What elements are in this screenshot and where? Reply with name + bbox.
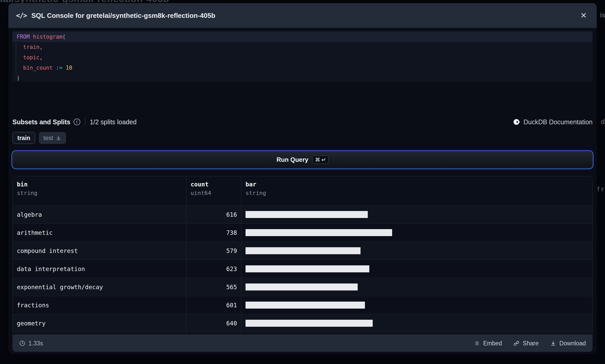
download-icon [550,340,556,346]
code-line-5: ) [12,73,593,83]
count-cell: 640 [186,314,241,332]
results-footer: 1.33s EmbedShareDownload [12,335,593,352]
column-header-bar: bar string [241,176,592,205]
action-label: Share [523,340,538,347]
modal-header: </> SQL Console for gretelai/synthetic-g… [8,3,597,28]
duckdb-doc-link[interactable]: DuckDB Documentation [513,118,593,126]
embed-button[interactable]: Embed [474,340,502,347]
duckdb-doc-label: DuckDB Documentation [523,118,593,126]
count-cell: 565 [186,278,241,296]
action-label: Embed [483,340,502,347]
divider [85,118,85,126]
table-row: compound interest579 [13,242,592,260]
screen: lai/synthetic-gsm8k-reflection-405b isdf… [0,0,605,364]
histogram-bar [246,320,373,327]
run-query-label: Run Query [277,156,308,163]
code-token: , [40,54,43,61]
histogram-bar [246,229,392,236]
bin-cell: compound interest [13,247,186,254]
duration-value: 1.33s [28,340,43,347]
count-cell: 738 [186,224,241,242]
table-row: algebra616 [13,205,592,223]
bin-cell: exponential growth/decay [13,284,186,290]
table-row [13,332,592,335]
duckdb-logo-icon [513,118,520,126]
share-button[interactable]: Share [513,340,538,347]
bar-cell [241,260,592,278]
bar-cell [241,332,592,335]
table-row: exponential growth/decay565 [13,278,592,296]
edge-fragment: is [600,11,605,19]
bin-cell: arithmetic [13,229,186,236]
bar-cell [241,206,592,223]
bar-cell [241,296,592,314]
bar-cell [241,278,592,296]
splits-status: 1/2 splits loaded [90,118,137,126]
code-token [62,65,66,71]
code-token: , [40,44,43,50]
splits-row: Subsets and Splits i 1/2 splits loaded D… [12,116,593,128]
histogram-bar [246,283,358,290]
footer-actions: EmbedShareDownload [474,340,586,347]
split-chips: traintest [12,132,66,144]
code-line-2: train, [12,42,593,52]
code-token: train [23,44,39,50]
count-cell [186,332,241,335]
count-cell: 601 [186,296,241,314]
edge-fragment: d [601,118,605,126]
code-token [30,34,33,40]
download-icon [56,135,61,141]
column-header-count: count uint64 [186,176,241,205]
run-query-button[interactable]: Run Query ⌘ [12,151,593,168]
download-button[interactable]: Download [550,340,586,347]
code-token [17,44,23,50]
table-row: data interpretation623 [13,260,592,278]
sql-console-modal: </> SQL Console for gretelai/synthetic-g… [8,3,597,354]
chip-label: train [17,135,30,142]
modal-title: SQL Console for gretelai/synthetic-gsm8k… [31,12,215,20]
bin-cell: data interpretation [13,266,186,272]
histogram-bar [246,211,368,218]
code-token: topic [23,54,39,61]
code-line-4: bin_count := 10 [12,63,593,73]
code-token: ( [62,34,66,40]
bar-cell [241,224,592,242]
code-token: bin_count [23,65,53,71]
split-chip-train[interactable]: train [12,132,35,144]
bin-cell: geometry [13,320,186,327]
code-token: := [56,65,62,71]
count-cell: 616 [186,206,241,223]
histogram-bar [246,302,365,309]
code-token [17,65,23,71]
share-icon [513,340,520,346]
table-row: fractions601 [13,296,592,314]
code-token [53,65,56,71]
clock-icon [19,340,25,346]
table-header-row: bin string count uint64 bar string [13,176,592,205]
count-cell: 623 [186,260,241,278]
edge-fragment: f r [597,185,604,193]
info-icon[interactable]: i [74,119,80,125]
code-token: 10 [66,65,72,71]
cmd-key-icon: ⌘ [315,157,320,163]
table-row: geometry640 [13,314,592,332]
count-cell: 579 [186,242,241,260]
indent-guide [16,43,16,74]
close-icon[interactable]: ✕ [578,11,589,20]
column-name: bar [246,181,588,188]
column-type: uint64 [191,190,237,196]
results-table: bin string count uint64 bar string algeb… [12,176,593,335]
split-chip-test[interactable]: test [39,132,66,144]
code-icon: </> [16,12,27,19]
bin-cell: fractions [13,302,186,309]
code-token: ) [17,75,20,81]
return-key-icon [321,157,326,162]
sql-editor[interactable]: FROM histogram( train, topic, bin_count … [12,31,593,82]
embed-icon [474,340,480,346]
column-name: bin [17,181,182,188]
query-duration: 1.33s [19,340,43,347]
chip-label: test [44,135,53,142]
code-token: histogram [33,34,62,40]
column-name: count [191,181,237,188]
code-line-3: topic, [12,52,593,63]
